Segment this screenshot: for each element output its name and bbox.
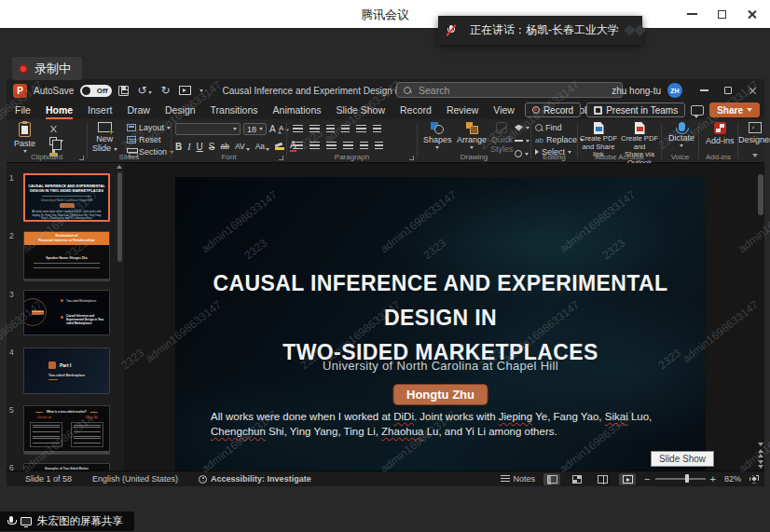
shape-fill-button[interactable] [515,123,529,132]
bullets-icon[interactable] [293,125,303,133]
italic-button[interactable]: I [187,142,190,152]
copy-button[interactable] [49,136,63,145]
notes-button[interactable]: Notes [501,474,536,484]
collapse-ribbon-button[interactable] [752,150,758,159]
avatar[interactable]: ZH [667,83,682,98]
align-center-icon[interactable] [309,142,320,150]
shapes-button[interactable]: Shapes [423,122,452,149]
justify-icon[interactable] [343,142,353,150]
text-direction-icon[interactable] [373,125,381,133]
quick-access-dropdown-icon[interactable] [199,89,203,92]
language-indicator[interactable]: English (United States) [92,474,178,484]
zoom-slider-thumb[interactable] [685,474,689,483]
increase-indent-icon[interactable] [341,125,350,133]
slideshow-view-button[interactable] [619,473,636,485]
start-slideshow-icon[interactable] [179,86,191,95]
thumbnail-slide-5[interactable]: What is a two-sided market? Demand side … [23,405,110,455]
slide-sorter-button[interactable] [569,473,585,485]
record-button[interactable]: Record [525,102,581,117]
bold-button[interactable]: B [175,142,182,152]
reset-button[interactable]: Reset [127,135,173,144]
numbering-icon[interactable] [309,125,320,133]
align-left-icon[interactable] [293,142,303,150]
mic-icon[interactable] [7,516,15,526]
ppt-restore-button[interactable] [716,79,740,102]
font-dialog-launcher[interactable] [279,156,283,160]
meeting-minimize-button[interactable] [679,1,705,27]
share-button[interactable]: Share [709,102,760,117]
new-slide-button[interactable]: NewSlide [92,122,117,153]
dictate-button[interactable]: Dictate [668,122,694,147]
highlight-pen-icon[interactable] [275,143,284,150]
reading-view-button[interactable] [594,473,611,485]
font-size-combo[interactable]: 18 [243,123,267,135]
thumbnail-scroll-up-icon[interactable] [117,165,122,169]
meeting-maximize-button[interactable] [708,1,735,27]
line-spacing-icon[interactable] [356,125,366,133]
tab-record[interactable]: Record [400,104,432,119]
zoom-level[interactable]: 82% [724,474,741,484]
zoom-out-button[interactable]: − [644,473,650,484]
strikethrough-button[interactable]: S [209,142,215,152]
columns-icon[interactable] [360,142,368,150]
character-spacing-button[interactable]: AV [235,142,250,151]
thumbnail-slide-6[interactable]: Examples of Two-Sided Market [23,463,110,471]
shape-outline-button[interactable] [515,136,529,145]
scroll-down-icon[interactable] [758,443,763,446]
autosave-toggle[interactable]: Off [80,85,112,97]
thumbnail-slide-1[interactable]: CAUSAL INFERENCE AND EXPERIMENTAL DESIGN… [23,173,110,222]
thumbnail-scrollbar[interactable] [117,172,122,262]
font-name-combo[interactable] [175,123,241,135]
zoom-slider[interactable] [655,478,706,480]
meeting-close-button[interactable] [738,1,764,27]
tab-design[interactable]: Design [165,104,196,119]
layout-button[interactable]: Layout [127,123,173,132]
tab-review[interactable]: Review [447,104,478,119]
thumbnail-slide-3[interactable]: CONTENTS Two-sided Marketplaces Causal I… [23,290,110,335]
paragraph-dialog-launcher[interactable] [409,156,414,160]
search-box[interactable] [396,82,623,98]
redo-button[interactable]: ↻ [160,85,170,96]
paste-button[interactable]: Paste [14,122,35,153]
search-input[interactable] [417,84,584,97]
account-name[interactable]: zhu hong-tu [612,86,661,96]
underline-button[interactable]: U [197,142,203,152]
change-case-button[interactable]: Aa [255,142,269,151]
tab-slide-show[interactable]: Slide Show [337,104,386,119]
thumbnail-slide-2[interactable]: Declaration ofFinancial Interests or Rel… [23,231,110,281]
thumbnail-slide-4[interactable]: Part I Two-sided Marketplace [23,348,110,394]
previous-slide-button[interactable] [758,449,763,457]
subscript-button[interactable]: ab [220,142,228,151]
tab-home[interactable]: Home [46,104,73,119]
ppt-close-button[interactable] [740,79,764,102]
decrease-indent-icon[interactable] [326,125,335,133]
comments-button[interactable] [691,105,704,116]
vertical-scrollbar[interactable] [758,171,763,450]
spacing-dropdown-icon [246,148,250,151]
normal-view-button[interactable] [543,473,560,485]
smartart-convert-icon[interactable] [375,142,383,150]
tab-draw[interactable]: Draw [127,104,150,119]
current-slide[interactable]: CAUSAL INFERENCE AND EXPERIMENTAL DESIGN… [175,177,706,474]
zoom-in-button[interactable]: + [710,473,716,484]
tab-animations[interactable]: Animations [273,104,322,119]
quick-styles-button[interactable]: QuickStyles [490,122,514,154]
fit-to-window-icon[interactable] [749,475,759,484]
next-slide-button[interactable] [758,460,763,469]
align-right-icon[interactable] [326,142,337,150]
tab-view[interactable]: View [493,104,515,119]
arrange-button[interactable]: Arrange [457,122,487,149]
cut-button[interactable] [49,124,63,133]
present-in-teams-button[interactable]: Present in Teams [586,102,685,117]
accessibility-status[interactable]: Accessibility: Investigate [199,474,311,484]
designer-button[interactable]: Designer [738,122,770,144]
scrollbar-thumb[interactable] [758,174,763,215]
tab-file[interactable]: File [15,104,31,119]
save-icon[interactable] [118,86,129,96]
clipboard-dialog-launcher[interactable] [79,156,84,160]
addins-button[interactable]: Add-ins [706,122,735,145]
tab-insert[interactable]: Insert [88,104,112,119]
tab-transitions[interactable]: Transitions [211,104,258,119]
ppt-minimize-button[interactable] [692,79,716,102]
undo-button[interactable]: ↺ [137,85,152,96]
